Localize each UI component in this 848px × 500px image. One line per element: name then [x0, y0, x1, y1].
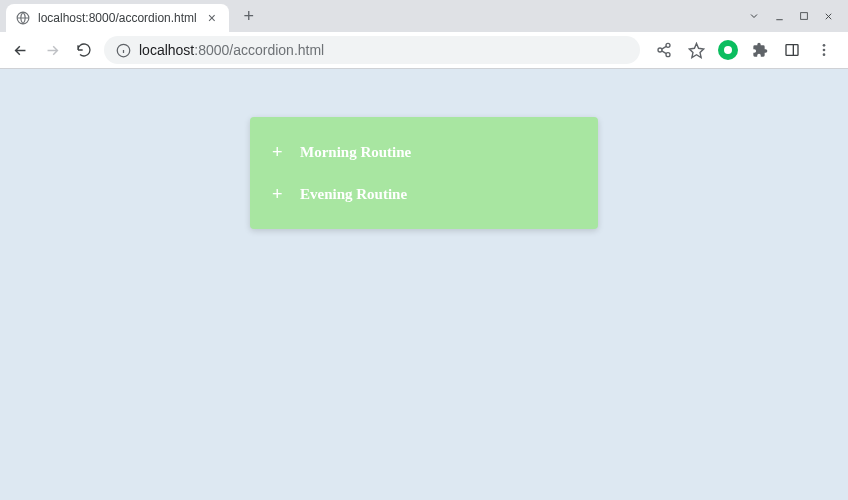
url-text: localhost:8000/accordion.html: [139, 42, 324, 58]
toolbar: localhost:8000/accordion.html: [0, 32, 848, 68]
svg-rect-1: [801, 13, 808, 20]
svg-point-4: [658, 48, 662, 52]
browser-tab[interactable]: localhost:8000/accordion.html ×: [6, 4, 229, 32]
url-host: localhost: [139, 42, 194, 58]
accordion-label: Morning Routine: [300, 144, 411, 161]
maximize-icon[interactable]: [799, 11, 809, 21]
star-icon[interactable]: [686, 40, 706, 60]
page-viewport: + Morning Routine + Evening Routine: [0, 69, 848, 500]
plus-icon: +: [272, 185, 286, 203]
close-icon[interactable]: ×: [205, 10, 219, 26]
toolbar-right: [648, 40, 840, 60]
svg-point-8: [823, 49, 826, 52]
tab-title: localhost:8000/accordion.html: [38, 11, 197, 25]
extensions-icon[interactable]: [750, 40, 770, 60]
svg-point-5: [666, 53, 670, 57]
globe-icon: [16, 11, 30, 25]
side-panel-icon[interactable]: [782, 40, 802, 60]
svg-point-3: [666, 43, 670, 47]
svg-point-9: [823, 53, 826, 56]
chevron-down-icon[interactable]: [748, 10, 760, 22]
back-button[interactable]: [8, 38, 32, 62]
window-close-icon[interactable]: [823, 11, 834, 22]
url-path: :8000/accordion.html: [194, 42, 324, 58]
forward-button[interactable]: [40, 38, 64, 62]
plus-icon: +: [272, 143, 286, 161]
reload-button[interactable]: [72, 38, 96, 62]
minimize-icon[interactable]: [774, 11, 785, 22]
accordion-card: + Morning Routine + Evening Routine: [250, 117, 598, 229]
accordion-item-evening[interactable]: + Evening Routine: [250, 173, 598, 215]
browser-chrome: localhost:8000/accordion.html × +: [0, 0, 848, 69]
menu-icon[interactable]: [814, 40, 834, 60]
info-icon[interactable]: [116, 43, 131, 58]
accordion-label: Evening Routine: [300, 186, 407, 203]
svg-rect-6: [786, 45, 798, 56]
svg-point-7: [823, 44, 826, 47]
url-bar[interactable]: localhost:8000/accordion.html: [104, 36, 640, 64]
extension-badge-icon[interactable]: [718, 40, 738, 60]
accordion-item-morning[interactable]: + Morning Routine: [250, 131, 598, 173]
window-controls: [748, 10, 848, 22]
new-tab-button[interactable]: +: [237, 4, 261, 28]
tab-bar: localhost:8000/accordion.html × +: [0, 0, 848, 32]
share-icon[interactable]: [654, 40, 674, 60]
